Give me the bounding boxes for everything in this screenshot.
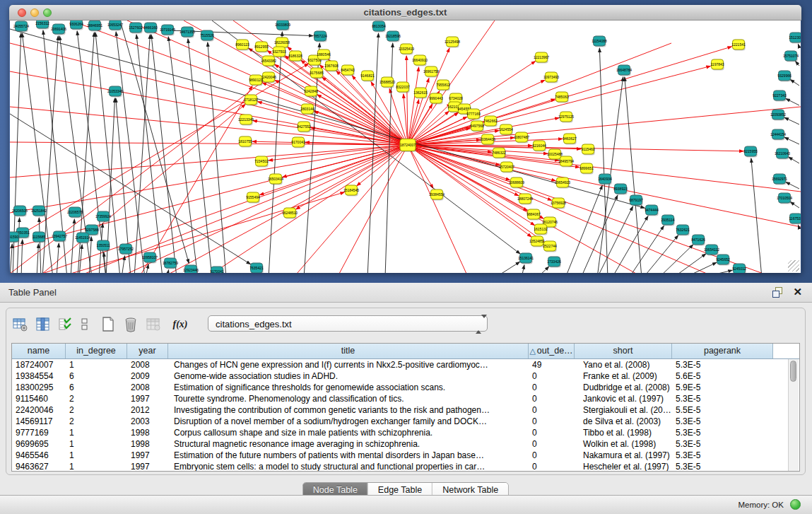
svg-text:9170041: 9170041 [210, 269, 224, 273]
svg-text:11451914: 11451914 [75, 235, 90, 240]
window-titlebar[interactable]: citations_edges.txt [9, 5, 801, 21]
table-cell: Genome-wide association studies in ADHD. [168, 370, 529, 382]
table-cell: 0 [529, 404, 575, 416]
svg-text:10958107: 10958107 [142, 255, 158, 259]
table-cell: 0 [529, 438, 575, 450]
columns-toggle-icon[interactable] [80, 316, 90, 333]
svg-text:15688520: 15688520 [379, 80, 395, 84]
table-cell: 1998 [127, 438, 168, 450]
column-header-name[interactable]: name [12, 344, 66, 358]
table-cell: 1998 [127, 427, 168, 438]
table-cell: 1 [66, 438, 127, 450]
table-header-row: name in_degree year title △out_de… short… [12, 344, 799, 359]
table-cell: 0 [529, 393, 575, 404]
table-cell: Disruption of a novel member of a sodium… [168, 416, 529, 427]
select-columns-icon[interactable] [35, 316, 52, 333]
network-window: citations_edges.txt 89601238912955182260… [9, 5, 801, 273]
table-cell: Nakamura et al. (1997) [575, 450, 672, 461]
column-header-short[interactable]: short [575, 344, 672, 358]
table-cell: Investigating the contribution of common… [168, 404, 529, 416]
table-cell: 5.9E-5 [672, 382, 773, 393]
table-cell: 2 [66, 404, 127, 416]
table-row[interactable]: 2242004622012Investigating the contribut… [12, 404, 799, 416]
table-row[interactable]: 911546021997Tourette syndrome. Phenomeno… [12, 393, 799, 404]
table-cell: Stergiakouli et al. (2012) [575, 404, 672, 416]
svg-text:1527602: 1527602 [129, 25, 143, 30]
table-cell: 18724007 [12, 359, 66, 370]
table-row[interactable]: 946554611997Estimation of the future num… [12, 450, 799, 461]
citation-network-graph[interactable]: 8960123891295518226058932750316543382818… [10, 21, 801, 273]
svg-text:9990443: 9990443 [429, 96, 443, 100]
new-table-icon[interactable] [100, 316, 117, 333]
svg-text:11154088: 11154088 [592, 39, 607, 43]
table-cell: 1 [66, 359, 127, 370]
table-panel-header: Table Panel ✕ [0, 283, 812, 303]
svg-text:16033809: 16033809 [275, 23, 290, 27]
table-cell: de Silva et al. (2003) [575, 416, 672, 427]
svg-text:12923446: 12923446 [183, 268, 199, 272]
table-cell: 22420046 [12, 404, 66, 416]
svg-text:12213349: 12213349 [238, 117, 254, 122]
table-selector-dropdown[interactable]: citations_edges.txt [208, 315, 488, 332]
svg-text:10973493: 10973493 [543, 75, 559, 79]
table-row[interactable]: 977716911998Corpus callosum shape and si… [12, 427, 799, 438]
svg-text:1167533: 1167533 [789, 216, 801, 221]
table-cell: 9699695 [12, 438, 66, 450]
row-checks-icon[interactable] [57, 316, 74, 333]
svg-text:15184545: 15184545 [343, 188, 359, 192]
table-cell: 0 [529, 450, 575, 461]
table-body: 1872400712008Changes of HCN gene express… [12, 359, 799, 472]
table-row[interactable]: 1456911722003Disruption of a novel membe… [12, 416, 799, 427]
svg-text:7857224: 7857224 [313, 34, 327, 38]
svg-text:1880546: 1880546 [317, 52, 331, 57]
svg-text:2522744: 2522744 [543, 244, 557, 248]
import-table-icon[interactable] [145, 316, 162, 333]
close-panel-icon[interactable]: ✕ [793, 286, 802, 298]
table-scrollbar[interactable] [788, 359, 799, 471]
svg-text:8912955: 8912955 [254, 45, 269, 49]
table-cell: 2 [66, 393, 127, 404]
table-row[interactable]: 946362711997Embryonic stem cells: a mode… [12, 461, 799, 472]
svg-text:7515526: 7515526 [200, 33, 214, 37]
svg-text:16648784: 16648784 [616, 68, 632, 72]
svg-text:18846951: 18846951 [87, 23, 102, 28]
table-settings-icon[interactable] [12, 316, 29, 333]
svg-text:8215955: 8215955 [743, 149, 758, 153]
table-cell: 5.3E-5 [672, 427, 773, 438]
table-row[interactable]: 969969511998Structural magnetic resonanc… [12, 438, 799, 450]
table-cell: 2008 [127, 382, 168, 393]
table-cell: 5.3E-5 [672, 359, 773, 370]
svg-text:1615132: 1615132 [534, 227, 548, 231]
delete-table-icon[interactable] [122, 316, 139, 333]
svg-text:8427552: 8427552 [297, 124, 311, 129]
column-header-title[interactable]: title [168, 344, 529, 358]
svg-text:15751074: 15751074 [783, 54, 799, 58]
column-header-in-degree[interactable]: in_degree [66, 344, 127, 358]
network-canvas[interactable]: 8960123891295518226058932750316543382818… [10, 21, 801, 273]
svg-text:2156312: 2156312 [35, 21, 49, 25]
svg-text:7462662: 7462662 [483, 119, 498, 123]
column-header-out-degree[interactable]: △out_de… [529, 344, 575, 358]
resize-grip-icon[interactable] [788, 260, 799, 271]
table-row[interactable]: 1872400712008Changes of HCN gene express… [12, 359, 799, 370]
svg-text:18807249: 18807249 [517, 197, 533, 201]
column-header-pagerank[interactable]: pagerank [672, 344, 773, 358]
svg-text:9890123: 9890123 [249, 78, 263, 82]
table-cell: 19384554 [12, 370, 66, 382]
svg-text:16248510: 16248510 [282, 211, 298, 215]
function-builder-icon[interactable]: f(x) [172, 316, 189, 333]
table-row[interactable]: 1830029562008Estimation of significance … [12, 382, 799, 393]
svg-text:16782759: 16782759 [163, 261, 178, 265]
column-header-year[interactable]: year [127, 344, 168, 358]
svg-text:9297588: 9297588 [85, 228, 99, 232]
svg-text:22420046: 22420046 [261, 75, 276, 79]
table-cell: 0 [529, 416, 575, 427]
table-selector-value: citations_edges.txt [216, 319, 292, 329]
table-cell: Hescheler et al. (1997) [575, 461, 672, 472]
table-row[interactable]: 1938455462009Genome-wide association stu… [12, 370, 799, 382]
float-panel-icon[interactable] [772, 287, 782, 297]
svg-text:1350511: 1350511 [96, 243, 110, 247]
svg-text:10719145: 10719145 [160, 28, 175, 32]
svg-text:10688609: 10688609 [509, 180, 524, 185]
scrollbar-thumb[interactable] [790, 361, 796, 382]
